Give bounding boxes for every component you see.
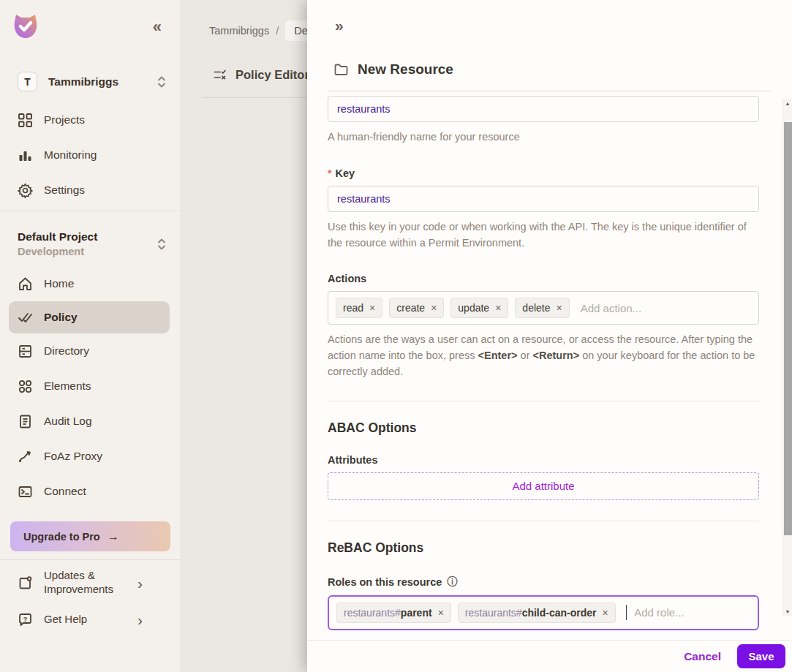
svg-text:?: ? bbox=[23, 615, 28, 622]
sidebar-item-label: Policy bbox=[44, 311, 78, 324]
home-icon bbox=[18, 276, 33, 292]
audit-log-icon bbox=[18, 414, 33, 429]
action-tag: read × bbox=[336, 298, 382, 318]
scrollbar-thumb[interactable] bbox=[784, 122, 792, 535]
project-name: Default Project bbox=[18, 230, 157, 243]
actions-tag-input[interactable]: read × create × update × delete × Add ac… bbox=[328, 291, 759, 325]
sidebar-item-connect[interactable]: Connect bbox=[0, 474, 181, 509]
workspace-name: Tammibriggs bbox=[48, 75, 157, 88]
resource-form: restaurants A human-friendly name for yo… bbox=[307, 91, 792, 653]
key-input-value: restaurants bbox=[337, 193, 391, 205]
sidebar-item-monitoring[interactable]: Monitoring bbox=[0, 137, 181, 173]
workspace-avatar: T bbox=[18, 72, 37, 91]
sidebar-item-label: Settings bbox=[44, 184, 85, 197]
permit-logo-icon bbox=[10, 10, 41, 41]
remove-tag-icon[interactable]: × bbox=[369, 302, 375, 314]
sidebar-divider bbox=[0, 211, 181, 211]
scroll-down-icon[interactable]: ▼ bbox=[783, 609, 792, 614]
double-check-icon bbox=[18, 310, 33, 325]
name-help-text: A human-friendly name for your resource bbox=[328, 129, 759, 146]
scroll-up-icon[interactable]: ▲ bbox=[783, 101, 792, 106]
action-tag: create × bbox=[389, 298, 444, 318]
upgrade-to-pro-button[interactable]: Upgrade to Pro → bbox=[10, 521, 170, 551]
sidebar: « T Tammibriggs Projects Monitoring bbox=[0, 0, 181, 672]
role-tag: restaurants#parent × bbox=[336, 603, 451, 623]
sidebar-item-foaz-proxy[interactable]: FoAz Proxy bbox=[0, 439, 181, 474]
remove-tag-icon[interactable]: × bbox=[495, 302, 501, 314]
sidebar-item-projects[interactable]: Projects bbox=[0, 102, 181, 137]
sidebar-item-home[interactable]: Home bbox=[0, 266, 181, 301]
remove-tag-icon[interactable]: × bbox=[438, 607, 444, 619]
add-attribute-button[interactable]: Add attribute bbox=[328, 472, 759, 500]
name-input[interactable]: restaurants bbox=[328, 96, 759, 122]
actions-help-text: Actions are the ways a user can act on a… bbox=[328, 332, 759, 380]
bar-chart-icon bbox=[18, 148, 33, 163]
help-bubble-icon: ? bbox=[18, 612, 33, 627]
required-asterisk: * bbox=[328, 167, 331, 179]
sidebar-item-label: Directory bbox=[44, 344, 89, 358]
text-cursor bbox=[626, 605, 627, 620]
proxy-arrow-icon bbox=[18, 449, 33, 464]
roles-tag-input[interactable]: restaurants#parent × restaurants#child-c… bbox=[328, 595, 759, 630]
drawer-close-button[interactable]: » bbox=[335, 17, 344, 34]
key-label: * Key bbox=[328, 167, 759, 179]
new-resource-drawer: » New Resource restaurants A human-frien… bbox=[307, 0, 792, 672]
name-input-value: restaurants bbox=[337, 103, 391, 115]
key-input[interactable]: restaurants bbox=[328, 186, 759, 212]
sidebar-item-elements[interactable]: Elements bbox=[0, 369, 181, 404]
drawer-title: New Resource bbox=[358, 61, 453, 78]
remove-tag-icon[interactable]: × bbox=[603, 607, 608, 619]
upgrade-label: Upgrade to Pro bbox=[23, 531, 100, 543]
drawer-scrollbar[interactable]: ▲ ▼ bbox=[782, 99, 792, 616]
sidebar-collapse-button[interactable]: « bbox=[153, 19, 162, 35]
app-root: « T Tammibriggs Projects Monitoring bbox=[0, 0, 792, 672]
actions-label: Actions bbox=[328, 273, 759, 284]
attributes-label: Attributes bbox=[328, 454, 759, 466]
role-tag: restaurants#child-can-order × bbox=[458, 603, 616, 623]
directory-icon bbox=[18, 344, 33, 359]
cancel-button[interactable]: Cancel bbox=[684, 650, 721, 663]
sidebar-item-label: Connect bbox=[44, 485, 86, 498]
sidebar-item-audit-log[interactable]: Audit Log bbox=[0, 404, 181, 439]
sidebar-item-label: FoAz Proxy bbox=[44, 450, 102, 463]
policy-editor-icon bbox=[214, 69, 226, 81]
sidebar-item-label: Updates & Improvements bbox=[44, 569, 137, 597]
sidebar-item-updates[interactable]: Updates & Improvements › bbox=[0, 565, 181, 601]
sidebar-item-label: Home bbox=[44, 277, 74, 290]
section-divider bbox=[328, 521, 759, 521]
roles-label: Roles on this resource ⓘ bbox=[328, 575, 759, 589]
project-environment: Development bbox=[18, 246, 157, 257]
project-switcher[interactable]: Default Project Development bbox=[18, 230, 166, 257]
roles-placeholder: Add role... bbox=[634, 606, 684, 619]
remove-tag-icon[interactable]: × bbox=[557, 302, 562, 314]
breadcrumb-separator: / bbox=[276, 25, 279, 37]
sidebar-item-label: Elements bbox=[44, 380, 91, 393]
drawer-footer: Cancel Save bbox=[307, 640, 792, 672]
chevron-updown-icon bbox=[157, 238, 166, 251]
remove-tag-icon[interactable]: × bbox=[431, 302, 437, 314]
info-icon[interactable]: ⓘ bbox=[447, 575, 457, 589]
breadcrumb-root[interactable]: Tammibriggs bbox=[209, 25, 269, 37]
chevron-right-icon: › bbox=[137, 612, 143, 627]
sidebar-item-label: Projects bbox=[44, 113, 85, 127]
actions-placeholder: Add action... bbox=[581, 302, 641, 314]
sidebar-item-label: Get Help bbox=[44, 613, 137, 627]
updates-icon bbox=[18, 575, 33, 591]
sidebar-item-policy[interactable]: Policy bbox=[9, 301, 170, 333]
sidebar-item-get-help[interactable]: ? Get Help › bbox=[0, 601, 181, 638]
action-tag: delete × bbox=[515, 298, 569, 318]
workspace-switcher[interactable]: T Tammibriggs bbox=[18, 72, 166, 91]
sidebar-item-label: Monitoring bbox=[44, 148, 97, 162]
tab-label: Policy Editor bbox=[235, 68, 309, 82]
chevron-right-icon: › bbox=[137, 575, 143, 591]
abac-heading: ABAC Options bbox=[328, 420, 759, 436]
sidebar-item-directory[interactable]: Directory bbox=[0, 333, 181, 369]
section-divider bbox=[328, 401, 759, 401]
arrow-right-icon: → bbox=[108, 530, 119, 543]
sidebar-item-settings[interactable]: Settings bbox=[0, 173, 181, 208]
sidebar-item-label: Audit Log bbox=[44, 415, 92, 428]
sidebar-divider bbox=[0, 559, 181, 560]
action-tag: update × bbox=[450, 298, 508, 318]
rebac-heading: ReBAC Options bbox=[328, 540, 759, 556]
save-button[interactable]: Save bbox=[737, 644, 785, 668]
